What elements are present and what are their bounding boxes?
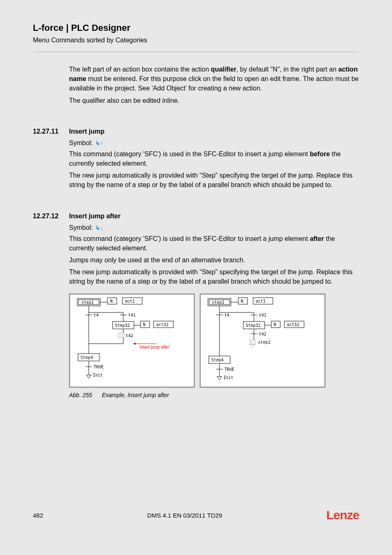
sfc-panel-left: step1 N act1 t4 t41: [69, 294, 195, 388]
symbol-line: Symbol: ↳↓: [69, 224, 359, 231]
figure-caption-text: Example, Insert jump after: [102, 392, 169, 398]
sfc-jump-target: Init: [224, 375, 233, 380]
text-bold: after: [310, 235, 324, 242]
text-bold: before: [310, 150, 330, 157]
text: , by default "N", in the right part an: [236, 66, 338, 73]
header-subtitle: Menu Commands sorted by Categories: [33, 37, 359, 44]
svg-marker-54: [217, 377, 222, 380]
sfc-transition: t41: [128, 313, 136, 317]
text-bold: qualifier: [211, 66, 236, 73]
sfc-step1-label: step1: [81, 300, 94, 305]
page: L-force | PLC Designer Menu Commands sor…: [0, 0, 392, 555]
sfc-step-label: Step4: [81, 355, 93, 360]
sfc-panel-right: step1 N act1 t4 t41 Step32: [200, 294, 325, 388]
sfc-diagram-left: step1 N act1 t4 t41: [70, 294, 194, 387]
sec2-paragraph-2: Jumps may only be used at the end of an …: [69, 255, 359, 265]
sfc-action: act32: [287, 322, 299, 327]
text: The left part of an action box contains …: [69, 66, 211, 73]
sfc-action: act32: [156, 322, 168, 327]
sfc-jump-target: step1: [258, 340, 270, 345]
sfc-transition: t42: [126, 333, 133, 338]
svg-marker-27: [86, 375, 91, 378]
sfc-qualifier: N: [110, 299, 113, 303]
svg-rect-47: [250, 340, 256, 345]
intro-paragraph-1: The left part of an action box contains …: [69, 65, 359, 93]
figure-example: step1 N act1 t4 t41: [69, 294, 359, 388]
page-body: The left part of an action box contains …: [33, 52, 359, 398]
svg-marker-48: [250, 345, 255, 348]
page-footer: 482 DMS 4.1 EN 03/2011 TD29 Lenze: [33, 508, 359, 522]
section-insert-jump-after: 12.27.12 Insert jump after: [33, 213, 359, 220]
symbol-line: Symbol: ↳↑: [69, 139, 359, 147]
sfc-step1-label: step1: [212, 300, 224, 305]
jump-after-icon: ↳↓: [95, 225, 103, 231]
section-number: 12.27.12: [33, 213, 69, 220]
sec1-paragraph-2: The new jump automatically is provided w…: [69, 171, 359, 190]
section-insert-jump: 12.27.11 Insert jump: [33, 128, 359, 135]
figure-number: Abb. 255: [69, 392, 102, 398]
svg-rect-17: [118, 333, 124, 338]
sfc-transition: TRUE: [94, 365, 104, 369]
brand-logo: Lenze: [326, 508, 359, 522]
section-title: Insert jump: [69, 128, 104, 135]
page-header: L-force | PLC Designer Menu Commands sor…: [33, 0, 359, 52]
svg-marker-19: [133, 342, 136, 345]
page-number: 482: [33, 512, 43, 519]
symbol-label: Symbol:: [69, 139, 93, 147]
sfc-transition: t4: [94, 313, 99, 317]
sfc-step-label: Step32: [115, 323, 130, 328]
section-title: Insert jump after: [69, 213, 120, 220]
figure-caption: Abb. 255Example, Insert jump after: [69, 392, 359, 398]
sfc-qualifier: N: [241, 299, 243, 303]
header-title: L-force | PLC Designer: [33, 23, 359, 33]
sfc-step-label: Step32: [246, 323, 261, 328]
sfc-transition: TRUE: [224, 367, 234, 372]
sfc-transition: t41: [259, 313, 266, 317]
sfc-annotation: 'insert jump after': [139, 345, 171, 349]
text: must be entered. For this purpose click …: [69, 75, 359, 92]
sec2-paragraph-1: This command (category 'SFC') is used in…: [69, 234, 359, 253]
section-number: 12.27.11: [33, 128, 69, 135]
sfc-action: act1: [125, 299, 135, 303]
sfc-transition: t4: [224, 313, 229, 317]
text: This command (category 'SFC') is used in…: [69, 235, 310, 242]
sfc-diagram-right: step1 N act1 t4 t41 Step32: [201, 294, 325, 387]
intro-paragraph-2: The qualifier also can be edited inline.: [69, 96, 359, 105]
jump-before-icon: ↳↑: [95, 140, 103, 146]
sfc-step-label: Step4: [211, 358, 224, 362]
symbol-label: Symbol:: [69, 224, 93, 231]
sfc-qualifier: N: [143, 322, 145, 327]
sfc-transition: t42: [259, 332, 266, 336]
doc-id: DMS 4.1 EN 03/2011 TD29: [147, 512, 222, 519]
sfc-jump-target: Init: [93, 373, 103, 377]
sec1-paragraph-1: This command (category 'SFC') is used in…: [69, 149, 359, 168]
sfc-action: act1: [256, 299, 265, 303]
text: This command (category 'SFC') is used in…: [69, 150, 310, 157]
sec2-paragraph-3: The new jump automatically is provided w…: [69, 267, 359, 286]
sfc-qualifier: N: [274, 322, 276, 327]
